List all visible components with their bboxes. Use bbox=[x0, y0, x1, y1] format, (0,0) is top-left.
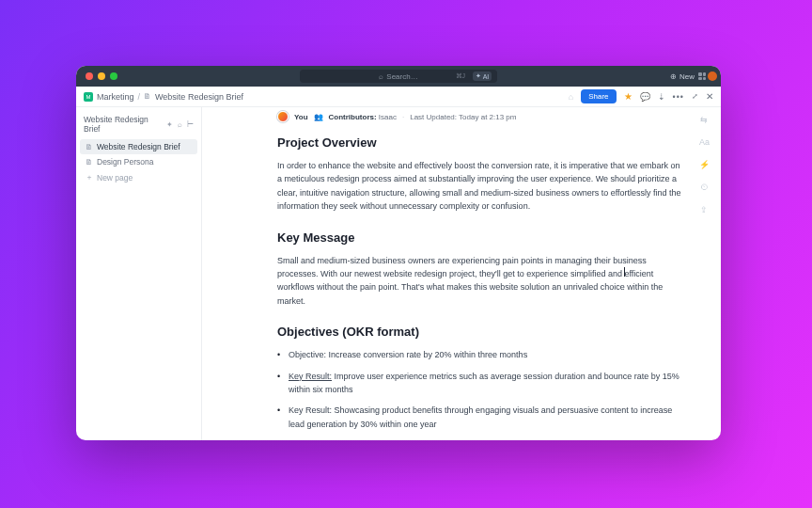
heading-keymsg[interactable]: Key Message bbox=[277, 230, 683, 245]
workspace-badge[interactable]: M bbox=[84, 92, 93, 102]
breadcrumb-bar: M Marketing / 🗎 Website Redesign Brief ⌂… bbox=[76, 87, 721, 107]
right-rail: ⇆ Aa ⚡ ⏲ ⇪ bbox=[699, 115, 710, 214]
sidebar-item-persona[interactable]: 🗎 Design Persona bbox=[80, 154, 197, 169]
doc-icon: 🗎 bbox=[86, 158, 93, 167]
close-window-button[interactable] bbox=[86, 72, 93, 80]
sidebar-title-row: Website Redesign Brief ✦ ⌕ ⊢ bbox=[80, 113, 197, 139]
global-search[interactable]: ⌕ Search… ⌘J ✦AI bbox=[300, 70, 497, 83]
doc-icon: 🗎 bbox=[86, 143, 93, 151]
window-controls bbox=[86, 72, 117, 80]
text-cursor bbox=[624, 267, 625, 277]
author-you: You bbox=[294, 113, 308, 121]
sidebar-item-brief[interactable]: 🗎 Website Redesign Brief bbox=[80, 139, 197, 154]
comment-icon[interactable]: 💬 bbox=[640, 92, 650, 102]
heading-objectives[interactable]: Objectives (OKR format) bbox=[277, 325, 683, 339]
breadcrumb-separator: / bbox=[138, 92, 141, 102]
rail-link-icon[interactable]: ⇆ bbox=[700, 115, 708, 124]
app-window: ⌕ Search… ⌘J ✦AI ⊕ New M Marketing / 🗎 W… bbox=[76, 66, 721, 440]
doc-meta: You 👥 Contributors: Isaac · Last Updated… bbox=[277, 107, 683, 135]
page-tree-sidebar: Website Redesign Brief ✦ ⌕ ⊢ 🗎 Website R… bbox=[76, 107, 202, 440]
search-placeholder: Search… bbox=[386, 72, 417, 81]
author-avatar[interactable] bbox=[277, 111, 289, 122]
sidebar-title: Website Redesign Brief bbox=[84, 115, 166, 134]
sidebar-new-page[interactable]: ＋ New page bbox=[80, 169, 197, 185]
paragraph-keymsg[interactable]: Small and medium-sized business owners a… bbox=[277, 254, 683, 309]
tag-icon[interactable]: ⌂ bbox=[569, 92, 573, 102]
list-item[interactable]: Key Result: Improve user experience metr… bbox=[277, 370, 683, 397]
star-icon[interactable]: ★ bbox=[624, 91, 632, 102]
apps-grid-icon[interactable] bbox=[698, 72, 706, 80]
plus-icon: ＋ bbox=[86, 172, 93, 183]
document-body[interactable]: You 👥 Contributors: Isaac · Last Updated… bbox=[202, 107, 721, 440]
close-panel-icon[interactable]: ✕ bbox=[706, 91, 713, 102]
sparkle-icon[interactable]: ✦ bbox=[166, 120, 173, 129]
objectives-list: Objective: Increase conversion rate by 2… bbox=[277, 348, 683, 431]
page-icon: 🗎 bbox=[144, 92, 151, 101]
download-icon[interactable]: ⇣ bbox=[658, 92, 665, 102]
ai-button[interactable]: ✦AI bbox=[473, 71, 492, 81]
maximize-window-button[interactable] bbox=[110, 72, 117, 80]
more-icon[interactable]: ••• bbox=[673, 92, 684, 102]
content-area: Website Redesign Brief ✦ ⌕ ⊢ 🗎 Website R… bbox=[76, 107, 721, 440]
rail-bolt-icon[interactable]: ⚡ bbox=[699, 160, 710, 169]
people-icon: 👥 bbox=[314, 113, 323, 121]
toggle-tree-icon[interactable]: ⊢ bbox=[187, 120, 194, 129]
rail-clock-icon[interactable]: ⏲ bbox=[700, 183, 709, 192]
breadcrumb-workspace[interactable]: Marketing bbox=[97, 92, 134, 102]
list-item[interactable]: Objective: Increase conversion rate by 2… bbox=[277, 348, 683, 361]
plus-icon: ⊕ bbox=[670, 72, 677, 81]
collapse-icon[interactable]: ⤢ bbox=[692, 92, 698, 101]
search-shortcut: ⌘J bbox=[456, 72, 466, 80]
new-button[interactable]: ⊕ New bbox=[670, 72, 695, 81]
search-tree-icon[interactable]: ⌕ bbox=[178, 120, 182, 129]
search-icon: ⌕ bbox=[379, 72, 383, 81]
share-button[interactable]: Share bbox=[581, 89, 616, 103]
user-avatar[interactable] bbox=[708, 71, 717, 81]
titlebar: ⌕ Search… ⌘J ✦AI ⊕ New bbox=[76, 66, 721, 87]
minimize-window-button[interactable] bbox=[98, 72, 105, 80]
rail-text-icon[interactable]: Aa bbox=[699, 137, 710, 147]
paragraph-overview[interactable]: In order to enhance the website and effe… bbox=[277, 159, 683, 214]
rail-export-icon[interactable]: ⇪ bbox=[700, 205, 708, 214]
breadcrumb-page[interactable]: Website Redesign Brief bbox=[155, 92, 243, 102]
list-item[interactable]: Key Result: Showcasing product benefits … bbox=[277, 404, 683, 431]
heading-overview[interactable]: Project Overview bbox=[277, 135, 683, 150]
